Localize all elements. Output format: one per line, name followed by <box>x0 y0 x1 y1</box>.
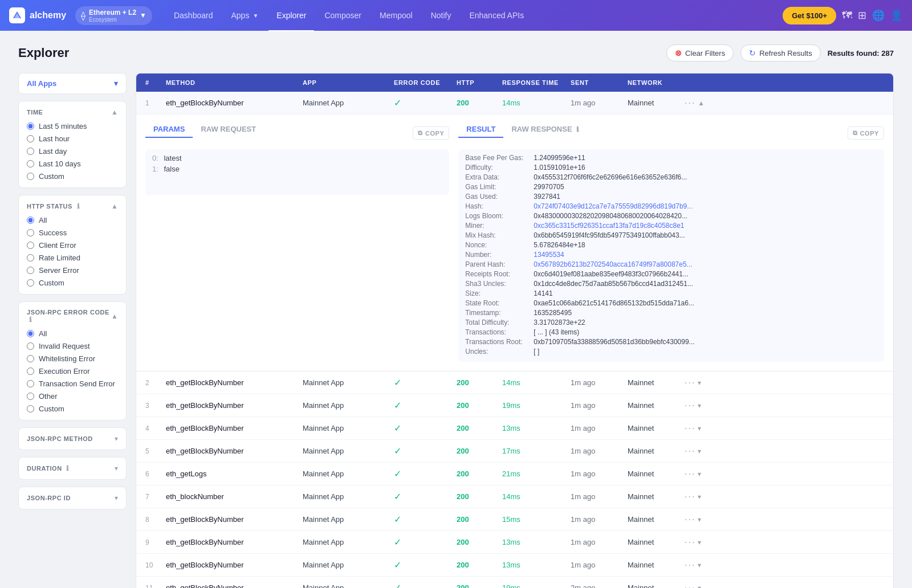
row-8-expand-icon[interactable]: ▾ <box>698 516 701 524</box>
row-10-more-button[interactable]: ··· <box>685 560 695 570</box>
all-apps-selector[interactable]: All Apps ▾ <box>18 73 127 94</box>
row-2-method: eth_getBlockByNumber <box>164 378 300 387</box>
table-row[interactable]: 1 eth_getBlockByNumber Mainnet App ✓ 200… <box>136 92 893 115</box>
row-2-app: Mainnet App <box>300 378 392 387</box>
json-rpc-error-filter-header[interactable]: JSON-RPC ERROR CODE ℹ ▲ <box>27 309 118 324</box>
row-6-more-button[interactable]: ··· <box>685 469 695 479</box>
params-tab[interactable]: PARAMS <box>145 121 193 138</box>
jrpc-error-option-2[interactable]: Whitelisting Error <box>27 354 118 363</box>
json-rpc-method-filter-header[interactable]: JSON-RPC METHOD ▾ <box>27 435 118 443</box>
time-option-0[interactable]: Last 5 minutes <box>27 122 118 130</box>
http-option-3[interactable]: Rate Limited <box>27 254 118 262</box>
json-rpc-error-filter-title: JSON-RPC ERROR CODE ℹ <box>27 309 111 324</box>
http-status-filter-header[interactable]: HTTP STATUS ℹ ▲ <box>27 202 118 210</box>
result-content: Base Fee Per Gas: 1.24099596e+11 Difficu… <box>458 149 884 362</box>
http-option-0[interactable]: All <box>27 216 118 224</box>
table-row[interactable]: 6 eth_getLogs Mainnet App ✓ 200 21ms 1m … <box>136 463 893 485</box>
jrpc-error-option-5[interactable]: Other <box>27 392 118 401</box>
row-4-expand-icon[interactable]: ▾ <box>698 424 701 432</box>
table-row[interactable]: 7 eth_blockNumber Mainnet App ✓ 200 14ms… <box>136 485 893 508</box>
row-7-more-button[interactable]: ··· <box>685 492 695 502</box>
time-option-3[interactable]: Last 10 days <box>27 160 118 168</box>
table-row[interactable]: 10 eth_getBlockByNumber Mainnet App ✓ 20… <box>136 554 893 577</box>
param-1: 1: false <box>152 165 442 173</box>
table-row[interactable]: 3 eth_getBlockByNumber Mainnet App ✓ 200… <box>136 394 893 417</box>
row-1-collapse-icon[interactable]: ▲ <box>698 99 703 107</box>
header-actions: ⊗ Clear Filters ↻ Refresh Results Result… <box>666 44 894 62</box>
table-row[interactable]: 5 eth_getBlockByNumber Mainnet App ✓ 200… <box>136 440 893 463</box>
nav-composer[interactable]: Composer <box>316 7 369 23</box>
refresh-results-button[interactable]: ↻ Refresh Results <box>740 44 820 62</box>
param-1-value: false <box>164 165 179 173</box>
row-4-more-button[interactable]: ··· <box>685 423 695 434</box>
row-6-expand-icon[interactable]: ▾ <box>698 470 701 478</box>
table-row[interactable]: 8 eth_getBlockByNumber Mainnet App ✓ 200… <box>136 508 893 531</box>
row-1-network: Mainnet <box>625 99 682 107</box>
time-option-4[interactable]: Custom <box>27 172 118 181</box>
clear-filters-button[interactable]: ⊗ Clear Filters <box>666 44 734 62</box>
network-selector[interactable]: ⟠ Ethereum + L2 Ecosystem ▼ <box>75 6 152 25</box>
row-9-more-button[interactable]: ··· <box>685 537 695 548</box>
table-icon[interactable]: ⊞ <box>858 9 866 22</box>
table-row[interactable]: 4 eth_getBlockByNumber Mainnet App ✓ 200… <box>136 417 893 440</box>
cta-button[interactable]: Get $100+ <box>783 7 836 24</box>
duration-filter-header[interactable]: DURATION ℹ ▾ <box>27 464 118 472</box>
jrpc-error-option-0[interactable]: All <box>27 329 118 338</box>
nav-apps[interactable]: Apps ▼ <box>223 7 266 23</box>
nav-enhanced-apis[interactable]: Enhanced APIs <box>461 7 532 23</box>
json-rpc-id-filter-header[interactable]: JSON-RPC ID ▾ <box>27 494 118 502</box>
param-0-value: latest <box>164 154 181 162</box>
logo[interactable]: alchemy <box>9 7 66 23</box>
main-panel: # METHOD APP ERROR CODE HTTP RESPONSE TI… <box>136 73 894 588</box>
user-icon[interactable]: 👤 <box>890 9 903 22</box>
http-option-2[interactable]: Client Error <box>27 241 118 250</box>
jrpc-error-option-1[interactable]: Invalid Request <box>27 342 118 350</box>
nav-notify[interactable]: Notify <box>423 7 459 23</box>
http-option-5[interactable]: Custom <box>27 279 118 287</box>
result-field-1: Difficulty: 1.01591091e+16 <box>465 164 877 172</box>
table-row[interactable]: 2 eth_getBlockByNumber Mainnet App ✓ 200… <box>136 371 893 394</box>
row-5-more-button[interactable]: ··· <box>685 446 695 456</box>
th-error-code: ERROR CODE <box>392 79 454 86</box>
jrpc-error-option-4[interactable]: Transaction Send Error <box>27 379 118 388</box>
nav-explorer[interactable]: Explorer <box>268 7 314 23</box>
row-11-more-button[interactable]: ··· <box>685 583 695 589</box>
all-apps-dropdown-icon: ▾ <box>114 79 118 88</box>
result-tab[interactable]: RESULT <box>458 121 503 138</box>
table-row[interactable]: 9 eth_getBlockByNumber Mainnet App ✓ 200… <box>136 531 893 554</box>
param-1-index: 1: <box>152 165 158 173</box>
table-row[interactable]: 11 eth_getBlockByNumber Mainnet App ✓ 20… <box>136 577 893 588</box>
map-icon[interactable]: 🗺 <box>842 10 852 22</box>
row-9-expand-icon[interactable]: ▾ <box>698 538 701 546</box>
row-3-expand-icon[interactable]: ▾ <box>698 402 701 410</box>
nav-mempool[interactable]: Mempool <box>372 7 421 23</box>
http-option-4[interactable]: Server Error <box>27 266 118 275</box>
row-11-expand-icon[interactable]: ▾ <box>698 584 701 589</box>
raw-request-tab[interactable]: RAW REQUEST <box>193 121 264 138</box>
http-status-filter-title: HTTP STATUS ℹ <box>27 202 80 210</box>
row-2-expand-icon[interactable]: ▾ <box>698 379 701 387</box>
row-7-expand-icon[interactable]: ▾ <box>698 493 701 501</box>
th-network: NETWORK <box>625 79 682 86</box>
row-2-more-button[interactable]: ··· <box>685 378 695 388</box>
time-filter-header[interactable]: TIME ▲ <box>27 108 118 116</box>
time-option-1[interactable]: Last hour <box>27 134 118 143</box>
row-3-more-button[interactable]: ··· <box>685 401 695 411</box>
globe-icon[interactable]: 🌐 <box>872 9 885 22</box>
filter-json-rpc-method: JSON-RPC METHOD ▾ <box>18 427 127 450</box>
time-option-2[interactable]: Last day <box>27 147 118 156</box>
th-response-time: RESPONSE TIME <box>500 79 568 86</box>
row-8-more-button[interactable]: ··· <box>685 514 695 525</box>
nav-dashboard[interactable]: Dashboard <box>166 7 221 23</box>
th-method: METHOD <box>164 79 300 86</box>
params-copy-button[interactable]: ⧉ COPY <box>413 126 449 140</box>
jrpc-error-option-6[interactable]: Custom <box>27 405 118 413</box>
row-5-expand-icon[interactable]: ▾ <box>698 447 701 455</box>
http-option-1[interactable]: Success <box>27 228 118 237</box>
jrpc-error-option-3[interactable]: Execution Error <box>27 367 118 375</box>
duration-info-icon: ℹ <box>66 464 70 472</box>
row-1-more-button[interactable]: ··· <box>685 98 695 108</box>
row-10-expand-icon[interactable]: ▾ <box>698 561 701 569</box>
result-copy-button[interactable]: ⧉ COPY <box>848 126 884 140</box>
result-field-13: Sha3 Uncles: 0x1dcc4de8dec75d7aab85b567b… <box>465 280 877 288</box>
